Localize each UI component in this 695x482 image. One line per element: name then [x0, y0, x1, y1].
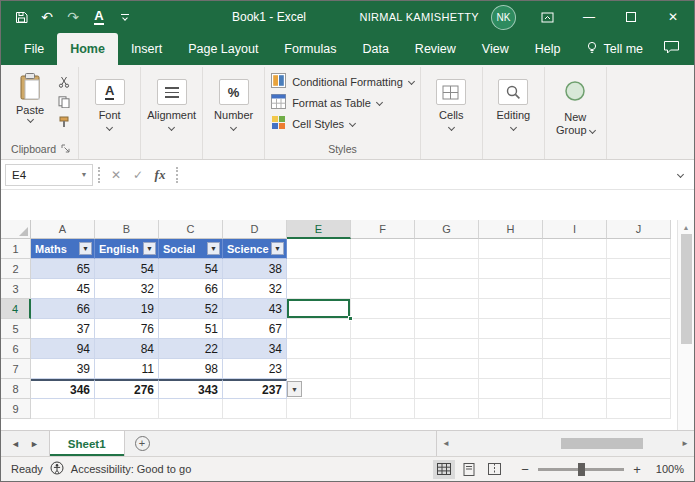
cell-E6[interactable]	[287, 339, 351, 359]
cell-C1[interactable]: Social▼	[159, 239, 223, 259]
cell-G8[interactable]	[415, 379, 479, 399]
cell-C7[interactable]: 98	[159, 359, 223, 379]
cell-J9[interactable]	[607, 399, 671, 419]
cell-I1[interactable]	[543, 239, 607, 259]
avatar[interactable]: NK	[491, 5, 516, 30]
cell-E5[interactable]	[287, 319, 351, 339]
cell-A2[interactable]: 65	[31, 259, 95, 279]
total-row-dropdown[interactable]: ▼	[287, 381, 302, 397]
row-header-6[interactable]: 6	[1, 339, 31, 359]
cell-J3[interactable]	[607, 279, 671, 299]
cell-J8[interactable]	[607, 379, 671, 399]
column-header-F[interactable]: F	[351, 220, 415, 239]
name-box[interactable]: E4 ▼	[5, 164, 93, 186]
tab-formulas[interactable]: Formulas	[271, 33, 349, 65]
cell-F3[interactable]	[351, 279, 415, 299]
cell-F6[interactable]	[351, 339, 415, 359]
cell-E8[interactable]: ▼	[287, 379, 351, 399]
cell-F1[interactable]	[351, 239, 415, 259]
normal-view-icon[interactable]	[433, 460, 455, 479]
select-all-corner[interactable]	[1, 220, 31, 239]
cell-G4[interactable]	[415, 299, 479, 319]
minimize-button[interactable]: —	[568, 1, 610, 33]
horizontal-scroll-thumb[interactable]	[561, 438, 643, 449]
enter-icon[interactable]: ✓	[127, 168, 149, 182]
tab-data[interactable]: Data	[349, 33, 401, 65]
cell-H6[interactable]	[479, 339, 543, 359]
cell-H8[interactable]	[479, 379, 543, 399]
column-header-H[interactable]: H	[479, 220, 543, 239]
scroll-up-icon[interactable]: ▲	[683, 220, 690, 234]
row-header-9[interactable]: 9	[1, 399, 31, 419]
tab-file[interactable]: File	[11, 33, 57, 65]
cell-J2[interactable]	[607, 259, 671, 279]
page-layout-view-icon[interactable]	[458, 460, 480, 479]
cell-G6[interactable]	[415, 339, 479, 359]
cell-G2[interactable]	[415, 259, 479, 279]
cell-B2[interactable]: 54	[95, 259, 159, 279]
vertical-scrollbar[interactable]: ▲	[677, 220, 694, 430]
tab-view[interactable]: View	[469, 33, 522, 65]
row-header-5[interactable]: 5	[1, 319, 31, 339]
cell-C6[interactable]: 22	[159, 339, 223, 359]
cell-A6[interactable]: 94	[31, 339, 95, 359]
cell-I6[interactable]	[543, 339, 607, 359]
cell-E3[interactable]	[287, 279, 351, 299]
tab-help[interactable]: Help	[522, 33, 574, 65]
cell-A3[interactable]: 45	[31, 279, 95, 299]
cell-D9[interactable]	[223, 399, 287, 419]
cell-D4[interactable]: 43	[223, 299, 287, 319]
cell-D8[interactable]: 237	[223, 379, 287, 399]
number-group[interactable]: % Number	[203, 67, 265, 159]
insert-function-icon[interactable]: fx	[149, 167, 171, 183]
cell-A7[interactable]: 39	[31, 359, 95, 379]
cell-D7[interactable]: 23	[223, 359, 287, 379]
copy-icon[interactable]	[56, 95, 72, 109]
cell-D3[interactable]: 32	[223, 279, 287, 299]
horizontal-scroll-track[interactable]	[455, 438, 676, 449]
cell-H9[interactable]	[479, 399, 543, 419]
sheet-tab-sheet1[interactable]: Sheet1	[49, 431, 125, 456]
horizontal-scrollbar[interactable]: ◄ ►	[436, 431, 694, 456]
expand-formula-bar-icon[interactable]	[670, 172, 690, 177]
comment-icon[interactable]	[663, 40, 680, 58]
cell-C8[interactable]: 343	[159, 379, 223, 399]
cell-I8[interactable]	[543, 379, 607, 399]
cell-H1[interactable]	[479, 239, 543, 259]
cell-C9[interactable]	[159, 399, 223, 419]
cell-A1[interactable]: Maths▼	[31, 239, 95, 259]
dialog-launcher-icon[interactable]	[61, 143, 70, 155]
tab-review[interactable]: Review	[402, 33, 469, 65]
row-header-8[interactable]: 8	[1, 379, 31, 399]
cell-E9[interactable]	[287, 399, 351, 419]
cell-B1[interactable]: English▼	[95, 239, 159, 259]
formula-input[interactable]	[189, 164, 670, 186]
conditional-formatting-button[interactable]: Conditional Formatting	[271, 73, 414, 90]
maximize-button[interactable]	[610, 1, 652, 33]
cell-G3[interactable]	[415, 279, 479, 299]
name-box-dropdown-icon[interactable]: ▼	[76, 171, 92, 178]
cell-I9[interactable]	[543, 399, 607, 419]
cell-D1[interactable]: Science▼	[223, 239, 287, 259]
scroll-right-icon[interactable]: ►	[676, 439, 694, 448]
filter-button[interactable]: ▼	[79, 242, 92, 255]
underline-icon[interactable]: A	[87, 5, 111, 29]
sheet-prev-icon[interactable]: ◄	[11, 439, 20, 449]
tab-home[interactable]: Home	[57, 33, 118, 65]
cell-F4[interactable]	[351, 299, 415, 319]
cell-C3[interactable]: 66	[159, 279, 223, 299]
cells-group[interactable]: Cells	[421, 67, 483, 159]
cell-B9[interactable]	[95, 399, 159, 419]
cell-H5[interactable]	[479, 319, 543, 339]
format-painter-icon[interactable]	[56, 115, 72, 129]
cell-C4[interactable]: 52	[159, 299, 223, 319]
cell-J5[interactable]	[607, 319, 671, 339]
cell-B8[interactable]: 276	[95, 379, 159, 399]
format-as-table-button[interactable]: Format as Table	[271, 94, 382, 111]
ribbon-display-options-icon[interactable]	[526, 1, 568, 33]
cell-I4[interactable]	[543, 299, 607, 319]
cell-I5[interactable]	[543, 319, 607, 339]
column-header-G[interactable]: G	[415, 220, 479, 239]
column-header-E[interactable]: E	[287, 220, 351, 239]
cell-E4[interactable]	[287, 299, 351, 319]
